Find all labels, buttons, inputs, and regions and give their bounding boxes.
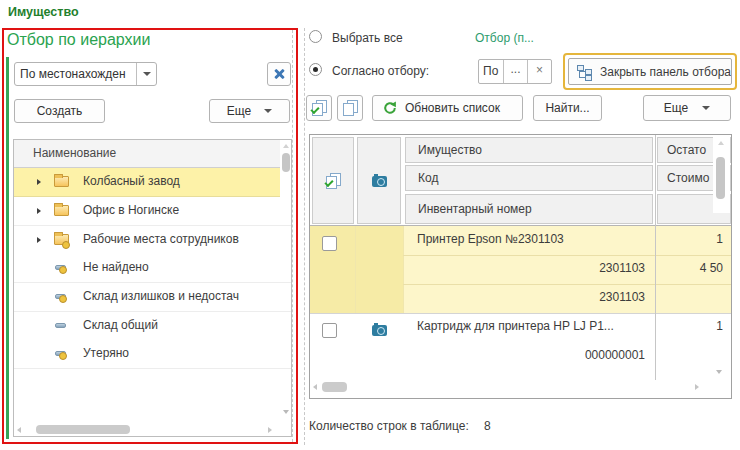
chevron-down-icon	[264, 109, 272, 113]
set-flags-icon	[311, 100, 327, 116]
tree-item-label: Склад общий	[83, 318, 158, 332]
hierarchy-icon	[577, 65, 590, 79]
by-filter-radio-label: Согласно отбору:	[332, 64, 429, 78]
find-button-label: Найти...	[545, 101, 589, 115]
grid-line	[403, 284, 731, 285]
tree-item-uteryano[interactable]: Утеряно	[14, 340, 291, 369]
dropdown-button[interactable]	[136, 63, 156, 85]
item-predefined-icon	[55, 265, 66, 270]
grid-line	[403, 226, 404, 313]
expand-icon[interactable]	[37, 208, 41, 214]
hierarchy-kind-value: По местонахожден	[15, 63, 136, 85]
tree-vscrollbar-track[interactable]	[280, 140, 291, 212]
item-predefined-icon	[55, 351, 66, 356]
filter-value-text[interactable]: По	[479, 60, 503, 83]
tree-column-header[interactable]: Наименование	[14, 140, 291, 168]
tree-item-label: Офис в Ногинске	[83, 203, 179, 217]
splitter-dashed-line[interactable]	[304, 28, 305, 445]
clear-flags-icon	[342, 100, 358, 116]
select-all-radio[interactable]	[309, 30, 322, 43]
hierarchy-panel-title: Отбор по иерархии	[7, 31, 150, 49]
cell-cost[interactable]: 4 50	[640, 261, 723, 277]
cell-asset-name[interactable]: Картридж для принтера HP LJ P1...	[417, 319, 643, 335]
splitter-dashed-line-inner	[292, 30, 293, 442]
folder-icon	[54, 205, 69, 216]
tree-item-label: Не найдено	[83, 260, 149, 274]
chevron-down-icon	[702, 106, 710, 110]
scroll-right-icon[interactable]	[268, 427, 272, 433]
refresh-list-label: Обновить список	[405, 101, 500, 115]
grid-line	[403, 255, 731, 256]
table-hscrollbar-thumb[interactable]	[322, 382, 347, 392]
filter-more-button[interactable]: ...	[503, 60, 527, 83]
tree-item-ofis-v-noginske[interactable]: Офис в Ногинске	[14, 197, 291, 226]
tree-item-label: Рабочие места сотрудников	[83, 232, 239, 246]
photo-column-header[interactable]	[357, 137, 401, 224]
asset-table: Имущество Код Инвентарный номер Остато С…	[309, 134, 732, 399]
cell-code[interactable]: 2301103	[510, 261, 645, 277]
column-header-name[interactable]: Имущество	[405, 137, 653, 163]
scroll-down-icon[interactable]	[716, 370, 722, 374]
clear-hierarchy-filter-button[interactable]	[267, 62, 291, 86]
set-flag-button[interactable]	[306, 95, 332, 121]
asset-list-screen: Имущество Отбор по иерархии По местонахо…	[0, 0, 740, 450]
scroll-down-icon[interactable]	[283, 410, 289, 414]
grid-line	[355, 226, 356, 313]
cell-code[interactable]: 000000001	[510, 348, 645, 364]
group-accent-bar	[6, 57, 9, 439]
cell-inventory[interactable]: 2301103	[510, 290, 645, 306]
tree-item-sklad-obschiy[interactable]: Склад общий	[14, 312, 291, 341]
more-button-left[interactable]: Еще	[209, 99, 290, 123]
create-button[interactable]: Создать	[14, 99, 105, 123]
column-header-code[interactable]: Код	[405, 165, 653, 191]
more-button-label: Еще	[664, 101, 688, 115]
scroll-left-icon[interactable]	[17, 427, 21, 433]
clear-flag-button[interactable]	[337, 95, 363, 121]
find-button[interactable]: Найти...	[533, 95, 602, 121]
row-checkbox[interactable]	[322, 323, 337, 338]
expand-icon[interactable]	[37, 179, 41, 185]
filter-clear-button[interactable]: ×	[527, 60, 551, 83]
camera-icon[interactable]	[372, 325, 387, 336]
table-vscrollbar-thumb[interactable]	[716, 157, 725, 199]
flag-column-header[interactable]	[312, 137, 354, 224]
page-title: Имущество	[8, 5, 79, 19]
location-tree: Наименование Колбасный завод Офис в Ноги…	[13, 139, 292, 437]
row-count-label: Количество строк в таблице:	[309, 419, 469, 433]
tree-item-rabochie-mesta[interactable]: Рабочие места сотрудников	[14, 226, 291, 255]
close-filter-panel-button[interactable]: Закрыть панель отбора	[568, 58, 732, 85]
scroll-up-icon[interactable]	[283, 144, 289, 148]
create-button-label: Создать	[37, 104, 83, 118]
tree-item-kolbasny-zavod[interactable]: Колбасный завод	[14, 168, 291, 197]
chevron-down-icon	[143, 72, 151, 76]
tree-item-ne-naydeno[interactable]: Не найдено	[14, 254, 291, 283]
expand-icon[interactable]	[37, 237, 41, 243]
close-filter-panel-focus-ring: Закрыть панель отбора	[563, 53, 737, 90]
hierarchy-kind-select[interactable]: По местонахожден	[14, 62, 157, 86]
column-header-inventory[interactable]: Инвентарный номер	[405, 194, 653, 224]
more-button-right[interactable]: Еще	[643, 95, 731, 121]
cell-asset-name[interactable]: Принтер Epson №2301103	[417, 232, 647, 248]
scroll-up-icon[interactable]	[718, 141, 724, 145]
more-button-label: Еще	[227, 104, 251, 118]
cell-rest[interactable]: 1	[640, 319, 723, 335]
close-filter-panel-label: Закрыть панель отбора	[600, 65, 731, 79]
tree-item-label: Утеряно	[83, 346, 129, 360]
tree-hscrollbar-thumb[interactable]	[36, 425, 130, 434]
tree-vscrollbar-thumb[interactable]	[282, 153, 290, 172]
row-divider	[310, 313, 731, 314]
by-filter-radio[interactable]	[309, 63, 322, 76]
filter-value-field[interactable]: По ... ×	[478, 59, 552, 84]
item-predefined-icon	[55, 294, 66, 299]
hierarchy-filter-panel: Отбор по иерархии По местонахожден Созда…	[2, 28, 298, 444]
close-icon	[273, 68, 285, 80]
refresh-list-button[interactable]: Обновить список	[372, 95, 523, 121]
column-divider	[655, 135, 656, 380]
row-checkbox[interactable]	[322, 236, 337, 251]
scroll-left-icon[interactable]	[313, 384, 317, 390]
camera-icon	[372, 176, 387, 187]
cell-rest[interactable]: 1	[640, 232, 723, 248]
scroll-right-icon[interactable]	[695, 384, 699, 390]
tree-item-sklad-izlishkov[interactable]: Склад излишков и недостач	[14, 283, 291, 312]
filter-settings-link[interactable]: Отбор (п...	[475, 31, 534, 45]
